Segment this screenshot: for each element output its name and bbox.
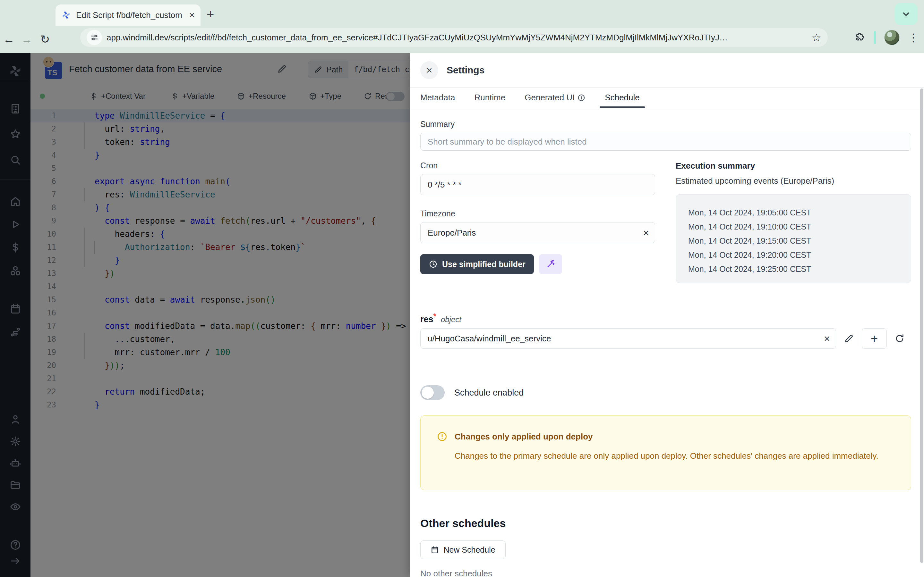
profile-avatar[interactable] — [884, 30, 900, 45]
warning-title: Changes only applied upon deploy — [455, 432, 593, 442]
chevron-down-icon — [901, 9, 911, 19]
res-field: res* object u/HugoCasa/windmill_ee_servi… — [420, 312, 911, 349]
add-resource-button[interactable]: + — [862, 328, 887, 349]
refresh-resource-icon[interactable] — [895, 334, 905, 343]
tab-schedule[interactable]: Schedule — [599, 87, 645, 108]
forward-button[interactable]: → — [18, 33, 36, 46]
screen: Edit Script f/bd/fetch_custom × + ← → ↻ … — [0, 0, 924, 577]
res-field-type: object — [441, 315, 461, 324]
res-input[interactable]: u/HugoCasa/windmill_ee_service × — [420, 328, 836, 349]
simplified-builder-button[interactable]: Use simplified builder — [420, 254, 534, 274]
upcoming-event: Mon, 14 Oct 2024, 19:10:00 CEST — [688, 219, 911, 234]
wand-icon — [546, 259, 556, 269]
new-tab-button[interactable]: + — [207, 8, 214, 21]
ai-wand-button[interactable] — [539, 254, 562, 274]
deploy-warning: Changes only applied upon deploy Changes… — [420, 416, 911, 490]
tab-metadata[interactable]: Metadata — [415, 87, 460, 108]
upcoming-event: Mon, 14 Oct 2024, 19:05:00 CEST — [688, 205, 911, 219]
res-field-name: res* — [420, 312, 436, 324]
tab-close-icon[interactable]: × — [189, 10, 195, 20]
schedule-enabled-label: Schedule enabled — [454, 388, 523, 398]
new-schedule-button[interactable]: New Schedule — [420, 540, 506, 559]
tab-runtime[interactable]: Runtime — [469, 87, 510, 108]
clear-res-icon[interactable]: × — [824, 334, 830, 343]
reload-button[interactable]: ↻ — [36, 33, 54, 46]
address-bar[interactable]: app.windmill.dev/scripts/edit/f/bd/fetch… — [80, 28, 828, 47]
summary-label: Summary — [420, 119, 911, 129]
other-schedules-heading: Other schedules — [420, 517, 911, 530]
calendar-icon — [431, 546, 439, 554]
settings-tabbar: MetadataRuntimeGenerated UISchedule — [410, 87, 924, 108]
execution-summary-subtitle: Estimated upcoming events (Europe/Paris) — [676, 176, 911, 186]
upcoming-event: Mon, 14 Oct 2024, 19:20:00 CEST — [688, 248, 911, 262]
edit-resource-pencil-icon[interactable] — [844, 334, 854, 343]
info-icon — [577, 93, 586, 102]
clear-timezone-icon[interactable]: × — [643, 227, 649, 238]
tab-search-button[interactable] — [895, 3, 918, 25]
timezone-label: Timezone — [420, 209, 655, 218]
timezone-value: Europe/Paris — [428, 228, 476, 238]
upcoming-events-panel: Mon, 14 Oct 2024, 19:05:00 CESTMon, 14 O… — [676, 194, 911, 283]
new-schedule-label: New Schedule — [443, 545, 495, 554]
no-other-schedules-text: No other schedules — [420, 569, 911, 577]
warning-body: Changes to the primary schedule are only… — [455, 449, 895, 463]
upcoming-event: Mon, 14 Oct 2024, 19:25:00 CEST — [688, 262, 911, 276]
drawer-header: × Settings — [410, 53, 924, 87]
close-button[interactable]: × — [420, 61, 438, 79]
clock-icon — [429, 259, 438, 269]
execution-summary-heading: Execution summary — [676, 161, 911, 171]
chrome-actions: ⋮ — [854, 28, 919, 47]
browser-toolbar: ← → ↻ app.windmill.dev/scripts/edit/f/bd… — [0, 26, 924, 53]
builder-button-label: Use simplified builder — [442, 259, 525, 269]
bookmark-star-icon[interactable]: ☆ — [812, 31, 821, 44]
upcoming-event: Mon, 14 Oct 2024, 19:15:00 CEST — [688, 234, 911, 248]
tune-icon — [90, 33, 99, 42]
browser-tab[interactable]: Edit Script f/bd/fetch_custom × — [55, 5, 200, 26]
cron-input[interactable]: 0 */5 * * * — [420, 174, 655, 195]
required-asterisk: * — [433, 312, 436, 321]
cron-label: Cron — [420, 161, 655, 170]
drawer-body: Summary Short summary to be displayed wh… — [410, 108, 924, 577]
windmill-favicon-icon — [61, 10, 71, 20]
tab-strip: Edit Script f/bd/fetch_custom × + — [0, 0, 924, 26]
summary-input[interactable]: Short summary to be displayed when liste… — [420, 133, 911, 151]
schedule-enabled-toggle[interactable] — [420, 385, 445, 400]
drawer-scrollbar[interactable] — [920, 89, 923, 563]
tab-generated-ui[interactable]: Generated UI — [519, 87, 591, 108]
timezone-input[interactable]: Europe/Paris × — [420, 222, 655, 243]
settings-drawer: × Settings MetadataRuntimeGenerated UISc… — [410, 53, 924, 577]
extensions-icon[interactable] — [854, 32, 866, 43]
divider — [874, 31, 876, 44]
url-text: app.windmill.dev/scripts/edit/f/bd/fetch… — [107, 33, 806, 43]
res-value: u/HugoCasa/windmill_ee_service — [428, 334, 551, 343]
tab-title: Edit Script f/bd/fetch_custom — [76, 10, 186, 20]
site-info-button[interactable] — [87, 30, 102, 45]
back-button[interactable]: ← — [0, 33, 18, 46]
browser-chrome: Edit Script f/bd/fetch_custom × + ← → ↻ … — [0, 0, 924, 53]
menu-kebab-icon[interactable]: ⋮ — [908, 31, 919, 44]
warning-circle-icon — [437, 431, 447, 442]
drawer-title: Settings — [447, 65, 485, 76]
